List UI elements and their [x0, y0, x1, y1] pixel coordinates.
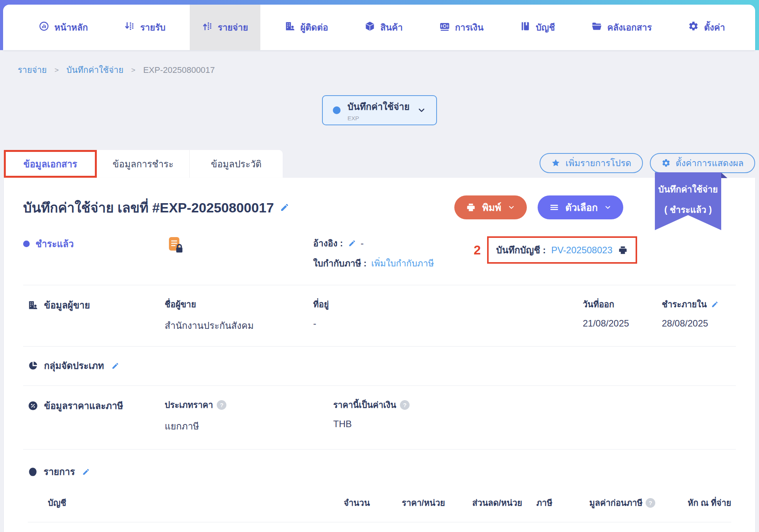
address-value: -: [313, 318, 583, 329]
edit-items-pencil-icon[interactable]: [82, 468, 90, 476]
add-favorite-button[interactable]: เพิ่มรายการโปรด: [540, 153, 643, 173]
items-table: บัญชี จำนวน ราคา/หน่วย ส่วนลด/หน่วย ภาษี…: [23, 496, 736, 532]
journal-voucher-link[interactable]: PV-202508023: [551, 245, 612, 256]
percent-circle-icon: [28, 401, 38, 411]
breadcrumb-current-doc: EXP-20250800017: [143, 65, 215, 75]
tab-label: ข้อมูลการชำระ: [113, 157, 174, 172]
contacts-icon: [285, 21, 295, 34]
settings-icon: [688, 21, 699, 34]
status-dot-icon: [23, 241, 30, 247]
reference-value: -: [361, 238, 364, 249]
tab-label: ข้อมูลเอกสาร: [24, 157, 78, 172]
nav-item-contacts[interactable]: ผู้ติดต่อ: [272, 5, 341, 50]
nav-item-settings[interactable]: ตั้งค่า: [676, 5, 737, 50]
price-type-label: ประเภทราคา: [165, 398, 213, 412]
nav-item-products[interactable]: สินค้า: [352, 5, 415, 50]
col-header-qty: จำนวน: [322, 496, 370, 510]
pie-chart-icon: [28, 360, 38, 371]
doc-type-label: บันทึกค่าใช้จ่าย: [347, 99, 410, 114]
doc-type-code: EXP: [347, 115, 410, 121]
edit-classification-pencil-icon[interactable]: [111, 362, 119, 370]
breadcrumb-separator: >: [131, 66, 135, 74]
tab-history-info[interactable]: ข้อมูลประวัติ: [190, 150, 283, 178]
tab-label: ข้อมูลประวัติ: [211, 157, 261, 172]
classification-section-title: กลุ่มจัดประเภท: [44, 358, 104, 373]
print-button[interactable]: พิมพ์: [454, 195, 526, 219]
col-header-discount: ส่วนลด/หน่วย: [445, 496, 522, 510]
status-dot-icon: [333, 106, 341, 114]
help-icon[interactable]: ?: [217, 400, 226, 410]
table-row: 1 215501 1.00 1,500.00 0.00 ไม่มี 1,500.…: [28, 522, 731, 532]
print-label: พิมพ์: [482, 200, 501, 215]
printer-icon: [466, 202, 476, 212]
products-icon: [364, 21, 375, 34]
help-icon[interactable]: ?: [400, 400, 410, 410]
accounting-icon: [520, 21, 531, 34]
issue-date-value: 21/08/2025: [583, 318, 662, 329]
ribbon-status: ( ชำระแล้ว ): [655, 203, 721, 217]
options-label: ตัวเลือก: [565, 200, 598, 215]
list-circle-icon: [28, 467, 38, 477]
price-type-value: แยกภาษี: [165, 419, 333, 434]
journal-label: บันทึกบัญชี :: [496, 242, 546, 258]
status-ribbon: บันทึกค่าใช้จ่าย ( ชำระแล้ว ): [655, 172, 721, 230]
doc-type-dropdown[interactable]: บันทึกค่าใช้จ่าย EXP: [322, 95, 437, 125]
nav-item-label: การเงิน: [455, 20, 484, 34]
display-settings-label: ตั้งค่าการแสดงผล: [676, 156, 744, 170]
address-label: ที่อยู่: [313, 298, 583, 311]
chevron-down-icon: [508, 204, 515, 211]
nav-item-home[interactable]: หน้าหลัก: [26, 5, 100, 50]
page-title: บันทึกค่าใช้จ่าย เลขที่ #EXP-20250800017: [23, 197, 274, 218]
nav-item-accounting[interactable]: บัญชี: [508, 5, 567, 50]
nav-item-label: สินค้า: [380, 20, 403, 34]
nav-item-label: รายจ่าย: [218, 20, 248, 34]
add-tax-invoice-link[interactable]: เพิ่มใบกำกับภาษี: [371, 256, 434, 270]
due-date-value: 28/08/2025: [662, 318, 731, 329]
edit-due-date-pencil-icon[interactable]: [711, 301, 719, 308]
col-header-tax: ภาษี: [522, 496, 567, 510]
items-section-title: รายการ: [44, 464, 75, 479]
nav-item-label: ตั้งค่า: [704, 20, 725, 34]
print-journal-icon[interactable]: [618, 245, 628, 255]
seller-name-link[interactable]: สำนักงานประกันสังคม: [165, 318, 313, 333]
nav-item-label: หน้าหลัก: [54, 20, 88, 34]
dashboard-icon: [39, 21, 49, 34]
seller-name-label: ชื่อผู้ขาย: [165, 298, 313, 311]
finance-icon: [439, 21, 450, 34]
options-button[interactable]: ตัวเลือก: [538, 195, 623, 219]
nav-item-income[interactable]: รายรับ: [112, 5, 178, 50]
chevron-down-icon: [417, 106, 426, 115]
reference-label: อ้างอิง :: [313, 236, 343, 250]
locked-document-icon: [168, 236, 185, 256]
detail-tabs: ข้อมูลเอกสาร ข้อมูลการชำระ ข้อมูลประวัติ: [4, 150, 283, 178]
seller-section-title: ข้อมูลผู้ขาย: [44, 298, 90, 313]
help-icon[interactable]: ?: [646, 498, 655, 508]
annotation-marker-2: 2: [474, 243, 481, 258]
due-date-label: ชำระภายใน: [662, 298, 707, 311]
tab-document-info[interactable]: ข้อมูลเอกสาร: [4, 150, 97, 178]
pricing-section-title: ข้อมูลราคาและภาษี: [44, 398, 123, 413]
documents-icon: [591, 21, 602, 34]
nav-item-documents[interactable]: คลังเอกสาร: [579, 5, 664, 50]
currency-label: ราคานี้เป็นค่าเงิน: [333, 398, 396, 412]
col-header-pretax-label: มูลค่าก่อนภาษี: [589, 496, 643, 510]
nav-item-label: บัญชี: [536, 20, 555, 34]
currency-value: THB: [333, 419, 410, 429]
nav-item-finance[interactable]: การเงิน: [427, 5, 496, 50]
display-settings-button[interactable]: ตั้งค่าการแสดงผล: [650, 153, 755, 173]
issue-date-label: วันที่ออก: [583, 298, 662, 311]
col-header-unit-price: ราคา/หน่วย: [370, 496, 445, 510]
breadcrumb-separator: >: [54, 66, 59, 74]
chevron-down-icon: [604, 204, 612, 211]
breadcrumb: รายจ่าย > บันทึกค่าใช้จ่าย > EXP-2025080…: [18, 63, 759, 77]
tab-payment-info[interactable]: ข้อมูลการชำระ: [97, 150, 190, 178]
nav-item-label: ผู้ติดต่อ: [300, 20, 328, 34]
breadcrumb-expense-record[interactable]: บันทึกค่าใช้จ่าย: [66, 63, 123, 77]
menu-lines-icon: [549, 202, 559, 212]
edit-reference-pencil-icon[interactable]: [348, 239, 356, 247]
top-gradient-bar: หน้าหลัก รายรับ รายจ่าย ผู้ติดต่อ สินค้า: [0, 0, 759, 50]
ribbon-doc-type: บันทึกค่าใช้จ่าย: [655, 182, 721, 196]
edit-title-pencil-icon[interactable]: [280, 203, 289, 212]
breadcrumb-expense[interactable]: รายจ่าย: [18, 63, 47, 77]
nav-item-expense[interactable]: รายจ่าย: [190, 5, 261, 50]
